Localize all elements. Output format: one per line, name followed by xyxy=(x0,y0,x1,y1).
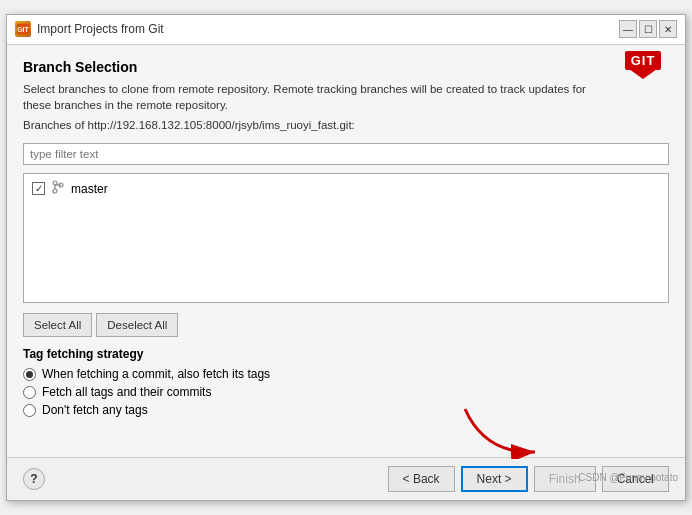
dialog-content: GIT Branch Selection Select branches to … xyxy=(7,45,685,427)
branches-label: Branches of http://192.168.132.105:8000/… xyxy=(23,119,669,131)
help-button[interactable]: ? xyxy=(23,468,45,490)
next-button[interactable]: Next > xyxy=(461,466,528,492)
radio-circle-0[interactable] xyxy=(23,368,36,381)
radio-all-tags[interactable]: Fetch all tags and their commits xyxy=(23,385,669,399)
branch-item-master[interactable]: master xyxy=(26,178,666,199)
branch-name-master: master xyxy=(71,182,108,196)
dialog-title: Branch Selection xyxy=(23,59,669,75)
dialog-description: Select branches to clone from remote rep… xyxy=(23,81,603,113)
title-bar-left: GIT Import Projects from Git xyxy=(15,21,164,37)
radio-label-0: When fetching a commit, also fetch its t… xyxy=(42,367,270,381)
header-section: Branch Selection Select branches to clon… xyxy=(23,59,669,131)
select-all-button[interactable]: Select All xyxy=(23,313,92,337)
maximize-button[interactable]: ☐ xyxy=(639,20,657,38)
radio-fetch-tags[interactable]: When fetching a commit, also fetch its t… xyxy=(23,367,669,381)
strategy-title: Tag fetching strategy xyxy=(23,347,669,361)
minimize-button[interactable]: — xyxy=(619,20,637,38)
git-icon: GIT xyxy=(15,21,31,37)
svg-point-3 xyxy=(53,189,57,193)
filter-input[interactable] xyxy=(23,143,669,165)
radio-circle-2[interactable] xyxy=(23,404,36,417)
svg-point-2 xyxy=(53,181,57,185)
radio-circle-1[interactable] xyxy=(23,386,36,399)
import-projects-dialog: GIT Import Projects from Git — ☐ ✕ GIT xyxy=(6,14,686,501)
branch-icon-master xyxy=(51,180,65,197)
close-button[interactable]: ✕ xyxy=(659,20,677,38)
title-bar: GIT Import Projects from Git — ☐ ✕ xyxy=(7,15,685,45)
window-title: Import Projects from Git xyxy=(37,22,164,36)
arrow-svg xyxy=(405,404,605,459)
watermark: CSDN @Funny potato xyxy=(578,472,678,483)
title-controls: — ☐ ✕ xyxy=(619,20,677,38)
footer-left: ? xyxy=(23,468,45,490)
back-button[interactable]: < Back xyxy=(388,466,455,492)
branches-list: master xyxy=(23,173,669,303)
radio-label-1: Fetch all tags and their commits xyxy=(42,385,211,399)
radio-label-2: Don't fetch any tags xyxy=(42,403,148,417)
branch-checkbox-master[interactable] xyxy=(32,182,45,195)
arrow-section xyxy=(7,427,685,457)
svg-text:GIT: GIT xyxy=(17,26,29,33)
select-buttons: Select All Deselect All xyxy=(23,313,669,337)
deselect-all-button[interactable]: Deselect All xyxy=(96,313,178,337)
